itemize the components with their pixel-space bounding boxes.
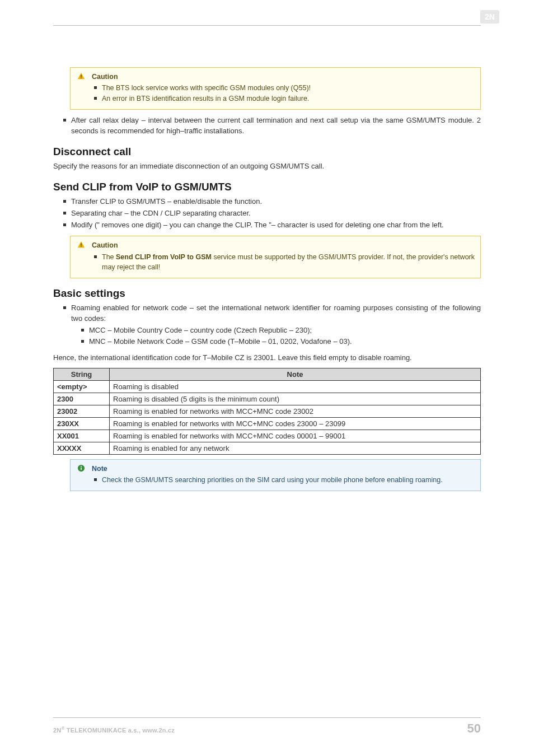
cell-note: Roaming is disabled (5 digits is the min… <box>110 393 481 405</box>
caution-text-bold: Send CLIP from VoIP to GSM <box>116 253 212 261</box>
caution-title: Caution <box>92 240 475 250</box>
table-header-row: String Note <box>54 368 481 381</box>
col-header-note: Note <box>110 368 481 381</box>
table-row: 2300 Roaming is disabled (5 digits is th… <box>54 393 481 405</box>
list-item: Modify (" removes one digit) – you can c… <box>71 220 481 231</box>
footer-rule <box>53 717 481 718</box>
info-icon <box>77 464 85 475</box>
table-row: 23002 Roaming is enabled for networks wi… <box>54 405 481 418</box>
note-box-roaming: Note Check the GSM/UMTS searching priori… <box>70 459 481 491</box>
note-text: Check the GSM/UMTS searching priorities … <box>102 476 443 484</box>
table-row: XX001 Roaming is enabled for networks wi… <box>54 430 481 442</box>
cell-note: Roaming is enabled for networks with MCC… <box>110 418 481 430</box>
warning-icon <box>77 241 85 251</box>
caution-text: An error in BTS identification results i… <box>102 95 309 102</box>
caution-box-send-clip: Caution The Send CLIP from VoIP to GSM s… <box>70 236 481 278</box>
list-text: Modify (" removes one digit) – you can c… <box>71 221 444 229</box>
note-item: Check the GSM/UMTS searching priorities … <box>102 475 475 485</box>
header-rule <box>53 25 481 26</box>
svg-rect-7 <box>81 468 82 470</box>
caution-item: An error in BTS identification results i… <box>102 94 475 104</box>
cell-note: Roaming is disabled <box>110 381 481 393</box>
list-text: Separating char – the CDN / CLIP separat… <box>71 209 251 217</box>
list-item: MCC – Mobile Country Code – country code… <box>89 325 481 336</box>
list-text: Transfer CLIP to GSM/UMTS – enable/disab… <box>71 197 262 206</box>
list-text: MNC – Mobile Network Code – GSM code (T–… <box>89 337 352 346</box>
cell-string: XXXXX <box>54 442 110 455</box>
cell-note: Roaming is enabled for networks with MCC… <box>110 430 481 442</box>
heading-basic-settings: Basic settings <box>53 287 481 300</box>
cell-string: 23002 <box>54 405 110 418</box>
caution-text: The BTS lock service works with specific… <box>102 84 311 92</box>
table-row: 230XX Roaming is enabled for networks wi… <box>54 418 481 430</box>
footer-company: 2N® TELEKOMUNIKACE a.s., www.2n.cz <box>53 726 175 734</box>
cell-note: Roaming is enabled for any network <box>110 442 481 455</box>
cell-string: 2300 <box>54 393 110 405</box>
heading-send-clip: Send CLIP from VoIP to GSM/UMTS <box>53 181 481 193</box>
list-item: Separating char – the CDN / CLIP separat… <box>71 208 481 219</box>
roaming-table: String Note <empty> Roaming is disabled … <box>53 368 481 455</box>
cell-string: XX001 <box>54 430 110 442</box>
footer-company-post: TELEKOMUNIKACE a.s., www.2n.cz <box>65 727 175 734</box>
warning-icon <box>77 72 85 83</box>
page-footer: 2N® TELEKOMUNIKACE a.s., www.2n.cz 50 <box>53 717 481 736</box>
svg-rect-8 <box>81 466 82 467</box>
svg-rect-3 <box>81 78 81 78</box>
caution-text-pre: The <box>102 253 116 261</box>
svg-rect-2 <box>81 74 81 77</box>
caution-item: The Send CLIP from VoIP to GSM service m… <box>102 252 475 272</box>
footer-company-pre: 2N <box>53 727 61 734</box>
para-intl-code: Hence, the international identification … <box>53 353 481 363</box>
para-disconnect: Specify the reasons for an immediate dis… <box>53 161 481 172</box>
caution-title: Caution <box>92 72 475 82</box>
svg-text:2N: 2N <box>485 12 495 21</box>
heading-disconnect-call: Disconnect call <box>53 146 481 158</box>
col-header-string: String <box>54 368 110 381</box>
cell-note: Roaming is enabled for networks with MCC… <box>110 405 481 418</box>
note-title: Note <box>92 464 475 474</box>
svg-rect-4 <box>81 244 81 246</box>
list-item: Roaming enabled for network code – set t… <box>71 303 481 347</box>
table-row: <empty> Roaming is disabled <box>54 381 481 393</box>
brand-logo: 2N <box>480 10 499 25</box>
caution-box-bts-lock: Caution The BTS lock service works with … <box>70 67 481 110</box>
list-item: Transfer CLIP to GSM/UMTS – enable/disab… <box>71 197 481 207</box>
cell-string: 230XX <box>54 418 110 430</box>
list-item: After call relax delay – interval betwee… <box>71 115 481 137</box>
list-item: MNC – Mobile Network Code – GSM code (T–… <box>89 337 481 347</box>
list-text: After call relax delay – interval betwee… <box>71 116 481 135</box>
svg-rect-5 <box>81 246 81 247</box>
page-number: 50 <box>467 721 481 736</box>
list-text: MCC – Mobile Country Code – country code… <box>89 326 312 334</box>
caution-item: The BTS lock service works with specific… <box>102 83 475 93</box>
table-row: XXXXX Roaming is enabled for any network <box>54 442 481 455</box>
list-text: Roaming enabled for network code – set t… <box>71 304 481 323</box>
cell-string: <empty> <box>54 381 110 393</box>
